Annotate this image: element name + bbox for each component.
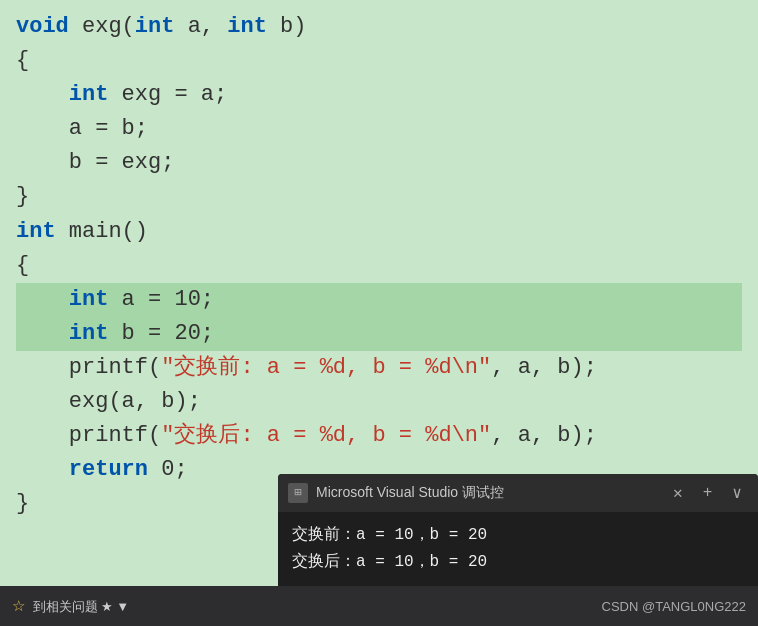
code-line: a = b; — [16, 112, 742, 146]
csdn-label: CSDN @TANGL0NG222 — [602, 599, 746, 614]
kw-token: return — [69, 453, 148, 487]
str-token: "交换前: a = %d, b = %d\n" — [161, 351, 491, 385]
code-line: void exg(int a, int b) — [16, 10, 742, 44]
kw-token: int — [16, 215, 56, 249]
code-token: { — [16, 249, 29, 283]
code-token: main() — [56, 215, 148, 249]
kw-token: int — [69, 287, 109, 312]
code-token: , a, b); — [491, 351, 597, 385]
terminal-icon: ⊞ — [288, 483, 308, 503]
code-line: int a = 10; — [16, 283, 742, 317]
code-editor: void exg(int a, int b){ int exg = a; a =… — [0, 0, 758, 531]
code-token: exg( — [69, 10, 135, 44]
star-icon: ☆ — [12, 597, 25, 615]
terminal-content: 交换前：a = 10，b = 20交换后：a = 10，b = 20 — [278, 512, 758, 586]
str-token: "交换后: a = %d, b = %d\n" — [161, 419, 491, 453]
code-token: a = 10; — [108, 287, 214, 312]
code-token: exg(a, b); — [16, 385, 201, 419]
code-token: b = 20; — [108, 321, 214, 346]
kw-token: int — [69, 321, 109, 346]
kw-token: int — [69, 78, 109, 112]
code-token — [16, 78, 69, 112]
related-issues-label: 到相关问题 — [33, 599, 98, 614]
terminal-output-line: 交换后：a = 10，b = 20 — [292, 549, 744, 576]
code-line: printf("交换前: a = %d, b = %d\n", a, b); — [16, 351, 742, 385]
kw-token: int — [135, 10, 175, 44]
watermark-label: CSDN @TANGL0NG222 — [602, 599, 746, 614]
code-token: printf( — [16, 419, 161, 453]
bottom-bar: ☆ 到相关问题 ★ ▼ CSDN @TANGL0NG222 — [0, 586, 758, 626]
code-line: int main() — [16, 215, 742, 249]
kw-token: void — [16, 10, 69, 44]
code-token: a = b; — [16, 112, 148, 146]
arrow-button[interactable]: ★ ▼ — [101, 599, 129, 614]
code-line: b = exg; — [16, 146, 742, 180]
code-token — [16, 321, 69, 346]
code-line: int exg = a; — [16, 78, 742, 112]
code-token: b = exg; — [16, 146, 174, 180]
kw-token: int — [227, 10, 267, 44]
terminal-title: Microsoft Visual Studio 调试控 — [316, 484, 659, 502]
code-token: a, — [174, 10, 227, 44]
code-token: { — [16, 44, 29, 78]
code-token — [16, 453, 69, 487]
code-line: { — [16, 249, 742, 283]
code-token: , a, b); — [491, 419, 597, 453]
terminal-titlebar: ⊞ Microsoft Visual Studio 调试控 ✕ + ∨ — [278, 474, 758, 512]
code-token: 0; — [148, 453, 188, 487]
code-token: b) — [267, 10, 307, 44]
terminal-add-button[interactable]: + — [697, 484, 719, 502]
code-line: exg(a, b); — [16, 385, 742, 419]
code-line: } — [16, 180, 742, 214]
chevron-icon: ▼ — [116, 599, 129, 614]
terminal-output-line: 交换前：a = 10，b = 20 — [292, 522, 744, 549]
code-token: } — [16, 487, 29, 521]
code-token: printf( — [16, 351, 161, 385]
code-line: int b = 20; — [16, 317, 742, 351]
bottom-left-label: ☆ 到相关问题 ★ ▼ — [12, 597, 129, 616]
code-line: { — [16, 44, 742, 78]
terminal-close-button[interactable]: ✕ — [667, 483, 689, 503]
code-line: printf("交换后: a = %d, b = %d\n", a, b); — [16, 419, 742, 453]
terminal-chevron-button[interactable]: ∨ — [726, 483, 748, 503]
code-token — [16, 287, 69, 312]
code-token: exg = a; — [108, 78, 227, 112]
code-token: } — [16, 180, 29, 214]
star-filled-icon: ★ — [101, 599, 113, 614]
terminal-window: ⊞ Microsoft Visual Studio 调试控 ✕ + ∨ 交换前：… — [278, 474, 758, 586]
